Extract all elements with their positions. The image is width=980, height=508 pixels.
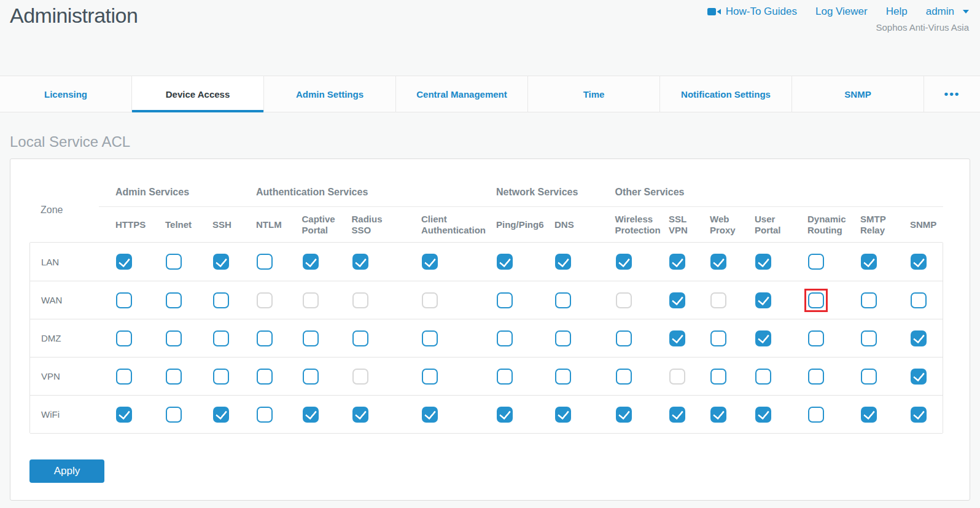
checkbox-dmz-ntlm[interactable] xyxy=(257,330,273,346)
checkbox-lan-user-portal[interactable] xyxy=(755,254,771,270)
checkbox-vpn-telnet[interactable] xyxy=(166,369,182,385)
tab-time[interactable]: Time xyxy=(528,76,660,112)
tab-bar: LicensingDevice AccessAdmin SettingsCent… xyxy=(0,76,980,112)
checkbox-vpn-snmp[interactable] xyxy=(911,369,927,385)
tab-central-management[interactable]: Central Management xyxy=(396,76,528,112)
checkbox-dmz-captive-portal[interactable] xyxy=(303,330,319,346)
checkbox-lan-ssh[interactable] xyxy=(213,254,229,270)
acl-cell xyxy=(656,281,698,319)
checkbox-lan-radius-sso[interactable] xyxy=(352,254,368,270)
more-tabs-button[interactable]: ••• xyxy=(924,76,980,112)
admin-menu[interactable]: admin xyxy=(926,6,969,18)
checkbox-dmz-ping-ping6[interactable] xyxy=(497,330,513,346)
checkbox-vpn-user-portal[interactable] xyxy=(755,369,771,385)
acl-cell xyxy=(788,243,844,281)
acl-cell xyxy=(386,243,474,281)
checkbox-dmz-smtp-relay[interactable] xyxy=(861,330,877,346)
checkbox-dmz-client-authentication[interactable] xyxy=(422,330,438,346)
checkbox-wan-user-portal[interactable] xyxy=(755,292,771,308)
checkbox-lan-dynamic-routing[interactable] xyxy=(808,254,824,270)
checkbox-wan-dns[interactable] xyxy=(555,292,571,308)
checkbox-vpn-client-authentication[interactable] xyxy=(422,369,438,385)
checkbox-lan-smtp-relay[interactable] xyxy=(861,254,877,270)
checkbox-lan-https[interactable] xyxy=(116,254,132,270)
apply-button[interactable]: Apply xyxy=(29,459,104,483)
checkbox-lan-ping-ping6[interactable] xyxy=(497,254,513,270)
acl-cell xyxy=(739,319,788,357)
acl-cell xyxy=(149,319,199,357)
checkbox-wan-dynamic-routing[interactable] xyxy=(808,292,824,308)
checkbox-wan-ping-ping6[interactable] xyxy=(497,292,513,308)
checkbox-vpn-ping-ping6[interactable] xyxy=(497,369,513,385)
checkbox-dmz-snmp[interactable] xyxy=(911,330,927,346)
tab-snmp[interactable]: SNMP xyxy=(792,76,924,112)
checkbox-lan-wireless-protection[interactable] xyxy=(616,254,632,270)
checkbox-wifi-telnet[interactable] xyxy=(166,407,182,423)
checkbox-dmz-wireless-protection[interactable] xyxy=(616,330,632,346)
checkbox-vpn-dynamic-routing[interactable] xyxy=(808,369,824,385)
checkbox-wifi-user-portal[interactable] xyxy=(755,407,771,423)
tab-licensing[interactable]: Licensing xyxy=(0,76,132,112)
checkbox-wan-smtp-relay[interactable] xyxy=(861,292,877,308)
checkbox-vpn-wireless-protection[interactable] xyxy=(616,369,632,385)
checkbox-vpn-ssl-vpn xyxy=(669,369,685,385)
log-viewer-link[interactable]: Log Viewer xyxy=(815,6,868,18)
checkbox-wifi-dynamic-routing[interactable] xyxy=(808,407,824,423)
acl-cell xyxy=(698,396,739,433)
tab-device-access[interactable]: Device Access xyxy=(132,76,264,112)
checkbox-vpn-web-proxy[interactable] xyxy=(710,369,726,385)
checkbox-wifi-snmp[interactable] xyxy=(911,407,927,423)
checkbox-lan-snmp[interactable] xyxy=(911,254,927,270)
checkbox-wan-ssh[interactable] xyxy=(213,292,229,308)
checkbox-vpn-captive-portal[interactable] xyxy=(303,369,319,385)
checkbox-lan-ssl-vpn[interactable] xyxy=(669,254,685,270)
checkbox-wan-wireless-protection xyxy=(616,292,632,308)
checkbox-wifi-radius-sso[interactable] xyxy=(352,407,368,423)
tab-notification-settings[interactable]: Notification Settings xyxy=(660,76,792,112)
checkbox-lan-dns[interactable] xyxy=(555,254,571,270)
checkbox-wifi-client-authentication[interactable] xyxy=(422,407,438,423)
checkbox-lan-client-authentication[interactable] xyxy=(422,254,438,270)
checkbox-lan-ntlm[interactable] xyxy=(257,254,273,270)
acl-cell xyxy=(243,319,286,357)
chevron-down-icon xyxy=(963,10,969,14)
checkbox-lan-telnet[interactable] xyxy=(166,254,182,270)
checkbox-wifi-ssh[interactable] xyxy=(213,407,229,423)
checkbox-dmz-user-portal[interactable] xyxy=(755,330,771,346)
checkbox-wifi-wireless-protection[interactable] xyxy=(616,407,632,423)
acl-cell xyxy=(698,358,739,395)
how-to-guides-link[interactable]: How-To Guides xyxy=(707,6,797,18)
checkbox-dmz-telnet[interactable] xyxy=(166,330,182,346)
checkbox-dmz-web-proxy[interactable] xyxy=(710,330,726,346)
checkbox-vpn-dns[interactable] xyxy=(555,369,571,385)
checkbox-vpn-smtp-relay[interactable] xyxy=(861,369,877,385)
log-viewer-label: Log Viewer xyxy=(815,6,868,18)
checkbox-dmz-dns[interactable] xyxy=(555,330,571,346)
checkbox-lan-web-proxy[interactable] xyxy=(710,254,726,270)
checkbox-wifi-ping-ping6[interactable] xyxy=(497,407,513,423)
checkbox-wan-snmp[interactable] xyxy=(911,292,927,308)
acl-cell xyxy=(535,358,591,395)
checkbox-dmz-https[interactable] xyxy=(116,330,132,346)
checkbox-lan-captive-portal[interactable] xyxy=(303,254,319,270)
checkbox-dmz-radius-sso[interactable] xyxy=(352,330,368,346)
checkbox-dmz-ssl-vpn[interactable] xyxy=(669,330,685,346)
checkbox-dmz-dynamic-routing[interactable] xyxy=(808,330,824,346)
tab-list: LicensingDevice AccessAdmin SettingsCent… xyxy=(0,76,924,112)
checkbox-wifi-dns[interactable] xyxy=(555,407,571,423)
help-link[interactable]: Help xyxy=(886,6,908,18)
checkbox-wan-https[interactable] xyxy=(116,292,132,308)
checkbox-wifi-smtp-relay[interactable] xyxy=(861,407,877,423)
checkbox-wifi-web-proxy[interactable] xyxy=(710,407,726,423)
checkbox-wifi-https[interactable] xyxy=(116,407,132,423)
checkbox-vpn-ssh[interactable] xyxy=(213,369,229,385)
checkbox-wan-ssl-vpn[interactable] xyxy=(669,292,685,308)
checkbox-wifi-ntlm[interactable] xyxy=(257,407,273,423)
checkbox-wifi-ssl-vpn[interactable] xyxy=(669,407,685,423)
checkbox-vpn-https[interactable] xyxy=(116,369,132,385)
tab-admin-settings[interactable]: Admin Settings xyxy=(264,76,396,112)
checkbox-vpn-ntlm[interactable] xyxy=(257,369,273,385)
checkbox-wifi-captive-portal[interactable] xyxy=(303,407,319,423)
checkbox-wan-telnet[interactable] xyxy=(166,292,182,308)
checkbox-dmz-ssh[interactable] xyxy=(213,330,229,346)
